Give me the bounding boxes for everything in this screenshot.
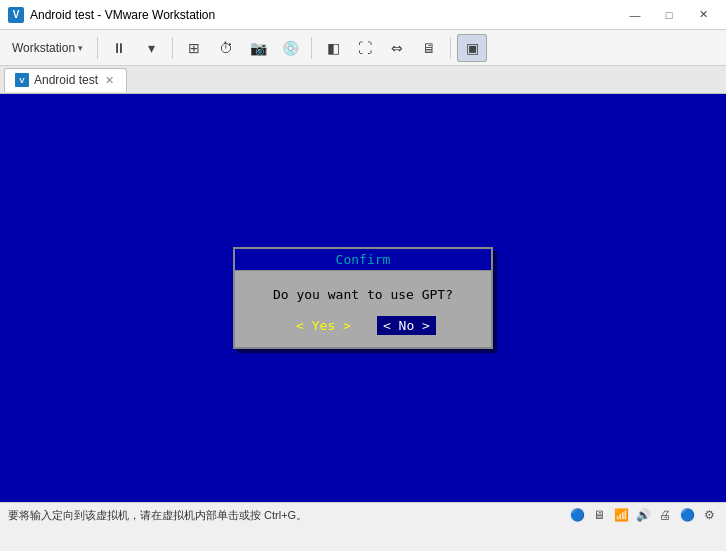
display-icon: 🖥	[422, 40, 436, 56]
settings-icon[interactable]: ⚙	[700, 506, 718, 524]
workstation-dropdown-arrow: ▾	[78, 43, 83, 53]
titlebar: V Android test - VMware Workstation — □ …	[0, 0, 726, 30]
pause-icon: ⏸	[112, 40, 126, 56]
snapshot-icon: 📷	[250, 40, 267, 56]
vm-display-area[interactable]: Confirm Do you want to use GPT? < Yes > …	[0, 94, 726, 502]
confirm-dialog: Confirm Do you want to use GPT? < Yes > …	[233, 247, 493, 349]
no-prefix: <	[383, 318, 399, 333]
menubar: Workstation ▾ ⏸ ▾ ⊞ ⏱ 📷 💿 ◧ ⛶ ⇔ 🖥 ▣	[0, 30, 726, 66]
audio-icon[interactable]: 🔊	[634, 506, 652, 524]
display-button[interactable]: 🖥	[414, 34, 444, 62]
statusbar-text: 要将输入定向到该虚拟机，请在虚拟机内部单击或按 Ctrl+G。	[8, 508, 568, 523]
tab-close-button[interactable]: ✕	[103, 74, 116, 87]
tab-vm-icon: V	[15, 73, 29, 87]
dialog-message: Do you want to use GPT?	[247, 287, 479, 302]
no-suffix: >	[414, 318, 430, 333]
dialog-title: Confirm	[336, 252, 391, 267]
resize-button[interactable]: ⇔	[382, 34, 412, 62]
vm-view-button[interactable]: ▣	[457, 34, 487, 62]
toolbar-divider-0	[97, 37, 98, 59]
dialog-buttons: < Yes > < No >	[247, 316, 479, 335]
screenshot-button[interactable]: ⊞	[179, 34, 209, 62]
bluetooth-icon[interactable]: 🔵	[568, 506, 586, 524]
yes-suffix: >	[335, 318, 351, 333]
statusbar-icons: 🔵 🖥 📶 🔊 🖨 🔵 ⚙	[568, 506, 718, 524]
yes-button[interactable]: < Yes >	[290, 316, 357, 335]
vm-view-icon: ▣	[466, 40, 479, 56]
maximize-button[interactable]: □	[654, 5, 684, 25]
dialog-titlebar: Confirm	[235, 249, 491, 271]
yes-prefix: <	[296, 318, 312, 333]
no-label: No	[399, 318, 415, 333]
pause-dropdown-icon: ▾	[148, 40, 155, 56]
drive-icon: 💿	[282, 40, 299, 56]
fullscreen-button[interactable]: ⛶	[350, 34, 380, 62]
toolbar-divider-3	[450, 37, 451, 59]
no-button[interactable]: < No >	[377, 316, 436, 335]
indicator-icon[interactable]: 🔵	[678, 506, 696, 524]
network-icon[interactable]: 📶	[612, 506, 630, 524]
window-title: Android test - VMware Workstation	[30, 8, 620, 22]
app-icon: V	[8, 7, 24, 23]
android-test-tab[interactable]: V Android test ✕	[4, 68, 127, 92]
printer-icon[interactable]: 🖨	[656, 506, 674, 524]
panel-icon: ◧	[327, 40, 340, 56]
resize-icon: ⇔	[391, 40, 403, 56]
snapshot-button[interactable]: 📷	[243, 34, 273, 62]
tabbar: V Android test ✕	[0, 66, 726, 94]
screenshot-icon: ⊞	[188, 40, 200, 56]
close-button[interactable]: ✕	[688, 5, 718, 25]
yes-label: Yes	[312, 318, 335, 333]
window-controls: — □ ✕	[620, 5, 718, 25]
dialog-body: Do you want to use GPT? < Yes > < No >	[235, 271, 491, 347]
clock-icon: ⏱	[219, 40, 233, 56]
fullscreen-icon: ⛶	[358, 40, 372, 56]
minimize-button[interactable]: —	[620, 5, 650, 25]
snapshot-history-button[interactable]: ⏱	[211, 34, 241, 62]
workstation-menu[interactable]: Workstation ▾	[4, 37, 91, 59]
pause-dropdown-button[interactable]: ▾	[136, 34, 166, 62]
pause-button[interactable]: ⏸	[104, 34, 134, 62]
statusbar: 要将输入定向到该虚拟机，请在虚拟机内部单击或按 Ctrl+G。 🔵 🖥 📶 🔊 …	[0, 502, 726, 527]
tab-label: Android test	[34, 73, 98, 87]
monitor-icon[interactable]: 🖥	[590, 506, 608, 524]
workstation-label: Workstation	[12, 41, 75, 55]
toolbar-divider-2	[311, 37, 312, 59]
toolbar-divider-1	[172, 37, 173, 59]
panel-button[interactable]: ◧	[318, 34, 348, 62]
drive-button[interactable]: 💿	[275, 34, 305, 62]
